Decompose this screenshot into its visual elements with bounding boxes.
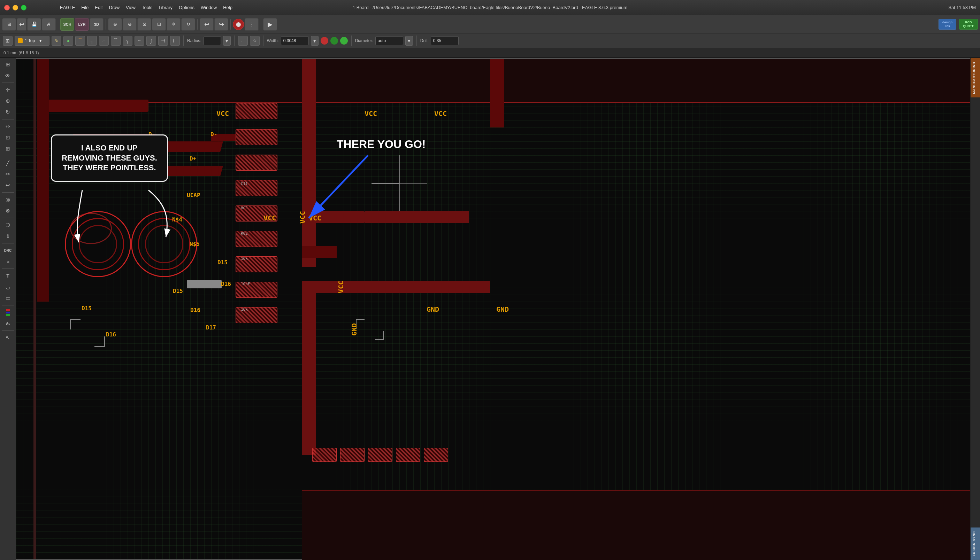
menu-file[interactable]: File: [81, 5, 88, 10]
lt-arc-btn[interactable]: ◡: [2, 282, 14, 292]
gnd-label1: GND: [427, 305, 439, 313]
wire-icon[interactable]: ◇: [250, 36, 260, 46]
lt-delete-btn[interactable]: ✂: [2, 169, 14, 179]
diameter-dropdown[interactable]: ▼: [405, 36, 413, 46]
layer-name: 1 Top: [25, 38, 35, 43]
diameter-input[interactable]: [376, 36, 403, 45]
lt-pad-btn[interactable]: ◎: [2, 194, 14, 205]
blue-arrow: [281, 148, 386, 235]
opt-btn-green1[interactable]: [331, 37, 338, 45]
canvas-area[interactable]: VCC VCC VCC VCC VCC VCC VCC D- D- D+ UCA…: [16, 58, 970, 560]
toolbar-zoom-sel-btn[interactable]: ⊡: [152, 18, 166, 31]
route-icon7[interactable]: ╮: [123, 36, 132, 46]
toolbar-print-btn[interactable]: 🖨: [42, 18, 56, 31]
main-layout: ⊞ 👁 ✛ ⊕ ↻ ⇔ ⊡ ⊞ ╱ ✂ ↩ ◎ ⊗ ⬡ ℹ DRC ≋ T ◡ …: [0, 58, 980, 560]
menu-options[interactable]: Options: [179, 5, 194, 10]
toolbar-brd-btn[interactable]: LYR: [75, 18, 89, 31]
route-icon3[interactable]: ⌒: [75, 36, 85, 46]
width-input[interactable]: [281, 36, 309, 45]
cursor-position: 0.1 mm (61.8 15.1): [3, 50, 39, 55]
opt-btn-red[interactable]: [321, 37, 328, 45]
menu-help[interactable]: Help: [223, 5, 232, 10]
tool-icon-1[interactable]: ⊞: [3, 36, 13, 46]
lt-copy-btn[interactable]: ⊕: [2, 96, 14, 106]
lt-rect-btn[interactable]: ▭: [2, 293, 14, 303]
route-icon6[interactable]: ⌒: [111, 36, 120, 46]
lt-via-btn[interactable]: ⊗: [2, 205, 14, 216]
lt-sep-7: [2, 268, 14, 269]
close-button[interactable]: [4, 5, 10, 10]
lt-color-btn[interactable]: [2, 307, 14, 318]
route-icon4[interactable]: ┐: [87, 36, 97, 46]
lt-cursor-btn[interactable]: ↖: [2, 333, 14, 343]
manufacturing-tab[interactable]: MANUFACTURING: [971, 58, 980, 98]
menu-view[interactable]: View: [126, 5, 135, 10]
lt-sep-4: [2, 192, 14, 193]
toolbar-save-btn[interactable]: 💾: [27, 18, 41, 31]
lt-info-btn[interactable]: ℹ: [2, 231, 14, 241]
radius-input[interactable]: [204, 36, 221, 45]
lt-font-btn[interactable]: A₁: [2, 318, 14, 329]
route-icon2[interactable]: ●: [63, 36, 73, 46]
pcb-trace-h3: [302, 246, 337, 258]
pcb-trace-vcc-br: [302, 281, 316, 455]
toolbar-sch-btn[interactable]: SCH: [60, 18, 74, 31]
lt-undo-btn[interactable]: ↩: [2, 180, 14, 190]
lt-ratsnest-btn[interactable]: ≋: [2, 256, 14, 267]
toolbar-refresh-btn[interactable]: ↻: [181, 18, 195, 31]
toolbar-undo-btn[interactable]: ↩: [17, 18, 27, 31]
toolbar-stop-btn[interactable]: ⬤: [233, 19, 244, 30]
lt-mirror-btn[interactable]: ⇔: [2, 121, 14, 132]
design-link-button[interactable]: design link: [938, 19, 956, 30]
route-icon11[interactable]: ⊢: [170, 36, 180, 46]
pcb-quote-button[interactable]: PCB QUOTE: [959, 19, 978, 30]
toolbar-redo-btn[interactable]: ↪: [214, 18, 228, 31]
angle-icon[interactable]: ⌐: [238, 36, 248, 46]
pcb-border-left: [33, 58, 36, 560]
toolbar-run-btn[interactable]: ▶: [263, 18, 277, 31]
menu-draw[interactable]: Draw: [109, 5, 120, 10]
width-dropdown[interactable]: ▼: [311, 36, 319, 46]
route-icon9[interactable]: ∫: [146, 36, 156, 46]
toolbar-zoom-in-btn[interactable]: ⊕: [108, 18, 122, 31]
pad-text-6: 10k: [241, 307, 248, 312]
pcb-trace-gnd-bottom: [302, 490, 970, 560]
toolbar-3d-btn[interactable]: 3D: [90, 18, 104, 31]
toolbar-more-btn[interactable]: ⋮: [245, 18, 259, 31]
toolbar-zoom-fit-btn[interactable]: ⊠: [137, 18, 151, 31]
route-icon8[interactable]: ~: [135, 36, 144, 46]
lt-move-btn[interactable]: ✛: [2, 85, 14, 95]
menu-tools[interactable]: Tools: [142, 5, 152, 10]
pcb-pad-1: [235, 103, 277, 119]
time-display: Sat 11:58 PM: [948, 5, 976, 10]
layer-selector[interactable]: 1 Top ▼: [15, 36, 50, 46]
lt-group-btn[interactable]: ⊡: [2, 132, 14, 143]
lt-layers-btn[interactable]: ⊞: [2, 59, 14, 70]
lt-eye-btn[interactable]: 👁: [2, 70, 14, 81]
lt-wire-btn[interactable]: ╱: [2, 158, 14, 168]
menu-window[interactable]: Window: [201, 5, 217, 10]
lt-poly-btn[interactable]: ⬡: [2, 220, 14, 230]
toolbar-undo2-btn[interactable]: ↩: [200, 18, 214, 31]
lt-ungroup-btn[interactable]: ⊞: [2, 143, 14, 154]
opt-btn-green2[interactable]: [340, 37, 348, 45]
lt-sep-2: [2, 119, 14, 120]
lt-drc-btn[interactable]: DRC: [2, 245, 14, 256]
menu-eagle[interactable]: EAGLE: [60, 5, 75, 10]
minimize-button[interactable]: [13, 5, 18, 10]
menu-library[interactable]: Library: [159, 5, 172, 10]
lt-text-btn[interactable]: T: [2, 271, 14, 281]
radius-dropdown[interactable]: ▼: [223, 36, 231, 46]
menu-edit[interactable]: Edit: [95, 5, 102, 10]
menu-bar: EAGLE File Edit Draw View Tools Library …: [60, 5, 232, 10]
toolbar-zoom-out-btn[interactable]: ⊖: [123, 18, 137, 31]
route-icon[interactable]: ✎: [52, 36, 61, 46]
route-icon10[interactable]: ⊣: [158, 36, 168, 46]
route-icon5[interactable]: ⌐: [99, 36, 109, 46]
drill-input[interactable]: [431, 36, 459, 45]
toolbar-grid-btn[interactable]: ⊞: [2, 18, 16, 31]
fusion-sync-tab[interactable]: FUSION SYNC: [971, 527, 980, 560]
maximize-button[interactable]: [21, 5, 27, 10]
toolbar-zoom-custom-btn[interactable]: ⌖: [167, 18, 180, 31]
lt-rotate-btn[interactable]: ↻: [2, 107, 14, 117]
